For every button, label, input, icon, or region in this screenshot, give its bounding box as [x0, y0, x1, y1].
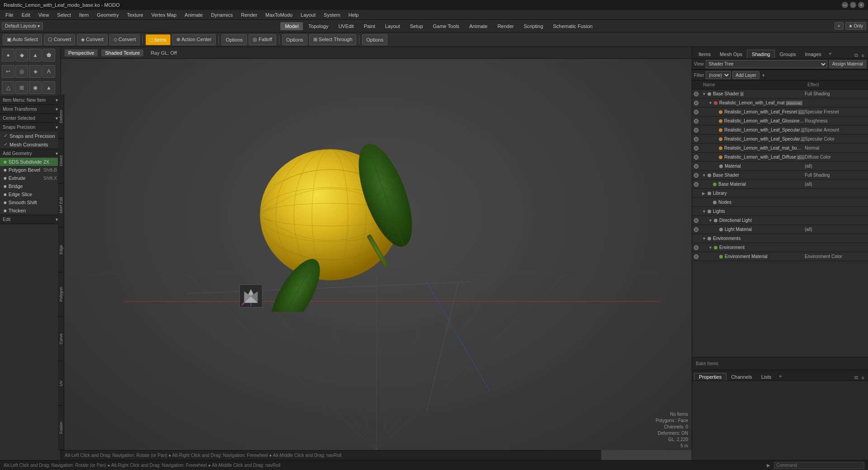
vtab-uv[interactable]: UV	[58, 361, 64, 405]
expand-arrow-9[interactable]: ▼	[702, 173, 707, 178]
tab-properties[interactable]: Properties	[694, 373, 726, 381]
assign-material-button[interactable]: Assign Material	[829, 60, 866, 68]
menu-item-dynamics[interactable]: Dynamics	[208, 11, 236, 19]
vtab-polygon[interactable]: Polygon	[58, 273, 64, 317]
expand-arrow-14[interactable]: ▼	[708, 218, 713, 223]
text-btn[interactable]: A	[42, 65, 55, 78]
menu-item-texture[interactable]: Texture	[123, 11, 147, 19]
extrude-item[interactable]: ■ Extrude Shift-X	[0, 174, 61, 182]
command-input[interactable]	[774, 462, 864, 469]
vtab-morfedit[interactable]: Morf Edit	[58, 183, 64, 228]
layout-tab-topology[interactable]: Topology	[304, 22, 333, 30]
layout-tab-paint[interactable]: Paint	[359, 22, 380, 30]
layout-tab-layout[interactable]: Layout	[381, 22, 405, 30]
toolbar-btn-convert-3[interactable]: ◇ Convert	[109, 34, 140, 45]
toolbar-btn-action-center-5[interactable]: ⊕ Action Center	[172, 34, 216, 45]
vtab-deform[interactable]: Deform	[58, 94, 64, 139]
shader-row-0[interactable]: ▼Base Shader2Full Shading	[692, 89, 868, 99]
shader-vis-7[interactable]	[692, 155, 700, 160]
layout-tab-game-tools[interactable]: Game Tools	[429, 22, 464, 30]
layout-tab-model[interactable]: Model	[280, 22, 303, 30]
toolbar-btn-options-6[interactable]: Options	[222, 34, 247, 45]
shader-row-5[interactable]: Realistic_Lemon_with_Leaf_Specular(ImagS…	[692, 135, 868, 144]
menu-item-item[interactable]: Item	[75, 11, 92, 19]
tab-items[interactable]: Items	[694, 50, 715, 58]
shader-row-10[interactable]: Base Material(all)	[692, 180, 868, 189]
add-tab-button[interactable]: +	[826, 49, 835, 58]
add-layer-button[interactable]: Add Layer	[732, 71, 760, 79]
menu-item-select[interactable]: Select	[53, 11, 75, 19]
expand-arrow-1[interactable]: ▼	[708, 101, 713, 105]
smooth-shift-item[interactable]: ■ Smooth Shift	[0, 198, 61, 207]
shader-row-11[interactable]: ▶Library	[692, 189, 868, 198]
sds-subdivide-item[interactable]: ■ SDS Subdivide 2X	[0, 158, 61, 166]
maximize-button[interactable]: □	[850, 2, 856, 8]
toolbar-btn-items-4[interactable]: □ Items	[146, 34, 170, 45]
menu-item-maxtomodo[interactable]: MaxToModo	[262, 11, 296, 19]
poly-btn[interactable]: △	[2, 81, 14, 94]
undo-btn[interactable]: ↩	[2, 65, 14, 78]
polygon-bevel-item[interactable]: ■ Polygon Bevel Shift-B	[0, 166, 61, 174]
toolbar-btn-options-8[interactable]: Options	[282, 34, 307, 45]
menu-item-render[interactable]: Render	[237, 11, 261, 19]
add-props-tab[interactable]: +	[776, 372, 785, 381]
snaps-and-precision-item[interactable]: ✓ Snaps and Precision	[0, 132, 61, 140]
shader-vis-3[interactable]	[692, 119, 700, 123]
toolbar-btn-convert-1[interactable]: ⬡ Convert	[44, 34, 75, 45]
shader-vis-15[interactable]	[692, 227, 700, 232]
thicken-item[interactable]: ■ Thicken	[0, 207, 61, 215]
view-mode-raygl[interactable]: Ray GL: Off	[147, 49, 180, 56]
toolbar-btn-falloff-7[interactable]: ◎ Falloff	[249, 34, 276, 45]
menu-item-vertex map[interactable]: Vertex Map	[148, 11, 180, 19]
menu-item-animate[interactable]: Animate	[181, 11, 206, 19]
menu-item-help[interactable]: Help	[345, 11, 363, 19]
shader-row-15[interactable]: Light Material(all)	[692, 225, 868, 234]
grid-btn[interactable]: ⊞	[15, 81, 28, 94]
shader-row-14[interactable]: ▼Directional Light	[692, 216, 868, 225]
layout-tab-render[interactable]: Render	[493, 22, 518, 30]
scale-tool-btn[interactable]: ⬟	[42, 49, 55, 61]
expand-arrow-17[interactable]: ▼	[708, 245, 713, 250]
3d-scene[interactable]: No Items Polygons : Face Channels: 0 Def…	[61, 59, 692, 450]
tab-images[interactable]: Images	[801, 50, 826, 58]
shader-vis-18[interactable]	[692, 254, 700, 259]
menu-item-edit[interactable]: Edit	[18, 11, 34, 19]
panel-menu-icon[interactable]: ≡	[860, 53, 866, 58]
add-layer-expand[interactable]: ▾	[761, 73, 765, 78]
tab-shading[interactable]: Shading	[747, 50, 775, 58]
edit-header[interactable]: Edit ▾	[0, 215, 61, 224]
shader-vis-5[interactable]	[692, 137, 700, 141]
expand-arrow-11[interactable]: ▶	[702, 191, 707, 196]
item-menu-header[interactable]: Item Menu: New Item ▾	[0, 96, 61, 104]
menu-item-view[interactable]: View	[35, 11, 53, 19]
shader-vis-10[interactable]	[692, 182, 700, 187]
expand-arrow-16[interactable]: ▼	[702, 236, 707, 241]
move-tool-btn[interactable]: ◆	[15, 49, 28, 61]
panel-expand-icon[interactable]: ⧉	[853, 52, 860, 58]
filter-select[interactable]: (none)	[706, 71, 731, 79]
minimize-button[interactable]: —	[842, 2, 848, 8]
cone-btn[interactable]: ▲	[42, 81, 55, 94]
expand-arrow-13[interactable]: ▼	[702, 209, 707, 214]
snap-btn[interactable]: ◎	[15, 65, 28, 78]
rotate-tool-btn[interactable]: ▲	[29, 49, 42, 61]
shader-row-1[interactable]: ▼Realistic_Lemon_with_Leaf_mat(Material)	[692, 99, 868, 108]
shader-row-13[interactable]: ▼Lights	[692, 207, 868, 216]
sym-btn[interactable]: ◈	[29, 65, 42, 78]
vtab-edge[interactable]: Edge	[58, 228, 64, 272]
shader-vis-9[interactable]	[692, 173, 700, 178]
vtab-fusion[interactable]: Fusion	[58, 406, 64, 450]
toolbar-btn-options-10[interactable]: Options	[362, 34, 387, 45]
transforms-header[interactable]: More Transforms ▾	[0, 105, 61, 113]
shader-row-2[interactable]: Realistic_Lemon_with_Leaf_Fresnel(Image)…	[692, 108, 868, 117]
shader-vis-2[interactable]	[692, 110, 700, 114]
tab-channels[interactable]: Channels	[726, 373, 756, 381]
toolbar-btn-select-through-9[interactable]: ⊞ Select Through	[309, 34, 356, 45]
bridge-item[interactable]: ■ Bridge	[0, 182, 61, 190]
layout-tab-uvedit[interactable]: UVEdit	[334, 22, 358, 30]
menu-item-file[interactable]: File	[2, 11, 17, 19]
shader-vis-1[interactable]	[692, 101, 700, 105]
only-button[interactable]: ★ Only	[845, 22, 866, 30]
toolbar-btn-convert-2[interactable]: ◈ Convert	[77, 34, 108, 45]
add-layout-button[interactable]: +	[835, 22, 844, 30]
